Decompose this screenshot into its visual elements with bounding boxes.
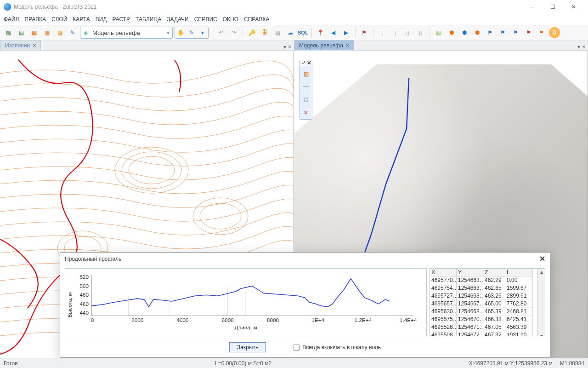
tool-hand-icon[interactable]: ✋ bbox=[175, 29, 186, 36]
table-row[interactable]: 4695526…1254671…467.054563.39 bbox=[430, 323, 537, 331]
net2-icon[interactable]: ⬢ bbox=[446, 27, 457, 38]
menu-raster[interactable]: РАСТР bbox=[112, 16, 130, 23]
bookmark-icon[interactable]: ⚑ bbox=[359, 27, 370, 38]
flag4-icon[interactable]: ⚑ bbox=[523, 27, 534, 38]
flag2-icon[interactable]: ⚑ bbox=[498, 27, 509, 38]
table-icon[interactable]: ▦ bbox=[272, 27, 283, 38]
table-row[interactable]: 4695754…1254663…462.651599.67 bbox=[430, 284, 537, 292]
query-icon[interactable]: ☁ bbox=[285, 27, 296, 38]
tab-isolines[interactable]: Изолинии × bbox=[0, 40, 41, 50]
chevron-down-icon[interactable]: ▾ bbox=[164, 29, 172, 36]
layer3-icon[interactable]: ▨ bbox=[54, 27, 65, 38]
main-toolbar: ▧ ▤ ▦ ▥ ▨ ✎ ◈ ▾ ✋ ✎ ▾ ↶ ↷ 🔑 🗄 ▦ ☁ SQL 📍 … bbox=[0, 25, 588, 40]
toolbox-header[interactable]: P ✕ bbox=[300, 60, 312, 66]
polygon-tool-icon[interactable]: ⬠ bbox=[301, 95, 311, 105]
layer-icon[interactable]: ▦ bbox=[28, 27, 40, 38]
close-icon[interactable]: × bbox=[33, 42, 36, 49]
profile-tool-icon[interactable]: 〰 bbox=[301, 82, 311, 92]
dialog-title: Продольный профиль bbox=[65, 256, 121, 262]
new-icon[interactable]: ▧ bbox=[3, 27, 14, 38]
doc2-icon[interactable]: ▯ bbox=[390, 27, 401, 38]
key-icon[interactable]: 🔑 bbox=[246, 27, 257, 38]
maximize-button[interactable]: ☐ bbox=[542, 0, 563, 14]
menu-table[interactable]: ТАБЛИЦА bbox=[136, 16, 161, 23]
back-icon[interactable]: ◀ bbox=[328, 27, 339, 38]
table-row[interactable]: 4695630…1254668…465.392468.81 bbox=[430, 308, 537, 316]
separator bbox=[373, 28, 373, 38]
menu-window[interactable]: ОКНО bbox=[223, 16, 238, 23]
d-icon[interactable]: D bbox=[549, 27, 560, 38]
tab-terrain-model[interactable]: Модель рельефа × bbox=[294, 40, 354, 50]
close-button[interactable]: Закрыть bbox=[229, 342, 266, 352]
layer-input[interactable] bbox=[90, 29, 164, 36]
menu-help[interactable]: СПРАВКА bbox=[244, 16, 270, 23]
svg-text:1.2E+4: 1.2E+4 bbox=[355, 317, 372, 323]
cancel-tool-icon[interactable]: ✕ bbox=[301, 108, 311, 118]
net3-icon[interactable]: ⬢ bbox=[459, 27, 470, 38]
close-icon[interactable]: × bbox=[346, 42, 349, 49]
dialog-titlebar[interactable]: Продольный профиль ✕ bbox=[60, 253, 550, 265]
layer-select-icon: ◈ bbox=[80, 29, 90, 36]
table-row[interactable]: 4695575…1254670…466.386425.41 bbox=[430, 316, 537, 323]
redo-icon[interactable]: ↷ bbox=[228, 27, 239, 38]
menu-service[interactable]: СЕРВИС bbox=[194, 16, 217, 23]
flag5-icon[interactable]: ⚑ bbox=[536, 27, 547, 38]
minimize-button[interactable]: ─ bbox=[521, 0, 542, 14]
doc1-icon[interactable]: ▯ bbox=[377, 27, 388, 38]
menu-view[interactable]: ВИД bbox=[96, 16, 107, 23]
tab-label: Модель рельефа bbox=[299, 42, 343, 49]
tab-close-icon[interactable]: × bbox=[582, 44, 585, 50]
menu-tasks[interactable]: ЗАДАЧИ bbox=[167, 16, 188, 23]
layer-selector[interactable]: ◈ ▾ bbox=[80, 27, 173, 39]
tab-menu-icon[interactable]: ▾ bbox=[577, 44, 580, 50]
close-button[interactable]: ✕ bbox=[563, 0, 584, 14]
flag3-icon[interactable]: ⚑ bbox=[510, 27, 521, 38]
profile-data-table: X Y Z L 4695770…1254663…462.290.00469575… bbox=[430, 268, 545, 336]
tab-menu-icon[interactable]: ▾ bbox=[283, 44, 286, 50]
table-row[interactable]: 4695727…1254663…463.262899.61 bbox=[430, 292, 537, 300]
svg-text:480: 480 bbox=[79, 292, 89, 298]
profile-dialog: Продольный профиль ✕ Высота, м 520500480… bbox=[60, 252, 550, 358]
separator bbox=[311, 28, 312, 38]
svg-text:440: 440 bbox=[79, 310, 89, 316]
checkbox-icon bbox=[294, 345, 300, 351]
table-row[interactable]: 4695770…1254663…462.290.00 bbox=[430, 276, 537, 284]
menu-edit[interactable]: ПРАВКА bbox=[24, 16, 46, 23]
net1-icon[interactable]: ▦ bbox=[433, 27, 444, 38]
doc3-icon[interactable]: ▯ bbox=[402, 27, 413, 38]
svg-text:1.4E+4: 1.4E+4 bbox=[400, 317, 417, 323]
terrain-toolbox: P ✕ ▧ 〰 ⬠ ✕ bbox=[300, 60, 312, 120]
svg-text:0: 0 bbox=[91, 317, 94, 323]
close-icon[interactable]: ✕ bbox=[307, 60, 311, 66]
scrollbar[interactable]: ▴▾ bbox=[537, 269, 545, 336]
net4-icon[interactable]: ⬢ bbox=[472, 27, 483, 38]
chevron-down-icon[interactable]: ▾ bbox=[197, 29, 208, 36]
include-zero-checkbox[interactable]: Всегда включать в шкалу ноль bbox=[294, 344, 381, 351]
svg-marker-8 bbox=[294, 51, 588, 133]
open-icon[interactable]: ▤ bbox=[16, 27, 27, 38]
tab-close-icon[interactable]: × bbox=[288, 44, 291, 50]
zone-tool-icon[interactable]: ▧ bbox=[301, 69, 311, 79]
doc4-icon[interactable]: ▯ bbox=[415, 27, 426, 38]
svg-text:6000: 6000 bbox=[222, 317, 234, 323]
table-row[interactable]: 4695657…1254667…465.007762.80 bbox=[430, 300, 537, 308]
status-measure: L=0.00(0.00) м S=0 м2 bbox=[215, 360, 271, 367]
menu-map[interactable]: КАРТА bbox=[73, 16, 90, 23]
edit-icon[interactable]: ✎ bbox=[67, 27, 78, 38]
pin-icon[interactable]: 📍 bbox=[315, 27, 326, 38]
flag1-icon[interactable]: ⚑ bbox=[485, 27, 496, 38]
menu-layer[interactable]: СЛОЙ bbox=[51, 16, 67, 23]
tab-label: Изолинии bbox=[5, 42, 30, 49]
sql-icon[interactable]: SQL bbox=[298, 27, 308, 38]
status-coords: X:4697203.91 м Y:12539956.23 м bbox=[469, 360, 553, 367]
tool-pencil-icon[interactable]: ✎ bbox=[186, 29, 197, 36]
undo-icon[interactable]: ↶ bbox=[215, 27, 226, 38]
close-icon[interactable]: ✕ bbox=[539, 254, 545, 263]
table-row[interactable]: 4695508…1254672…467.321931.90 bbox=[430, 331, 537, 336]
db-icon[interactable]: 🗄 bbox=[259, 27, 270, 38]
layer2-icon[interactable]: ▥ bbox=[41, 27, 52, 38]
forward-icon[interactable]: ▶ bbox=[341, 27, 352, 38]
menu-file[interactable]: ФАЙЛ bbox=[4, 16, 19, 23]
separator bbox=[355, 28, 356, 38]
svg-text:8000: 8000 bbox=[267, 317, 279, 323]
